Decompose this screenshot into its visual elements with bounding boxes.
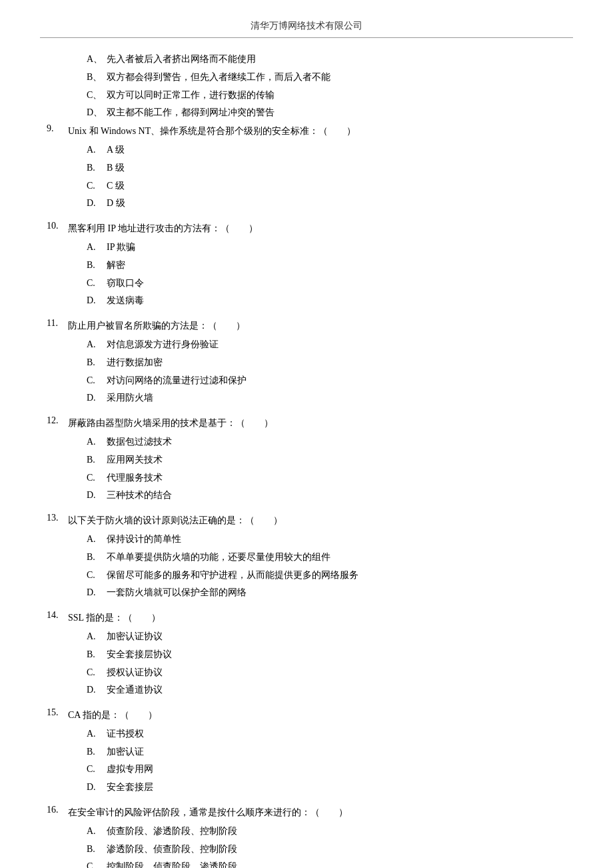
option-text: 对访问网络的流量进行过滤和保护 — [107, 373, 573, 389]
option-text: 窃取口令 — [107, 275, 573, 291]
question-line: 13.以下关于防火墙的设计原则说法正确的是：（ ） — [47, 513, 573, 529]
list-item: C.保留尽可能多的服务和守护进程，从而能提供更多的网络服务 — [87, 567, 573, 583]
list-item: B.进行数据加密 — [87, 355, 573, 371]
question-text: 以下关于防火墙的设计原则说法正确的是：（ ） — [68, 513, 573, 529]
list-item: C.虚拟专用网 — [87, 761, 573, 777]
question-line: 9.Unix 和 Windows NT、操作系统是符合那个级别的安全标准：（ ） — [47, 123, 573, 139]
list-item: C.窃取口令 — [87, 275, 573, 291]
question-13: 13.以下关于防火墙的设计原则说法正确的是：（ ）A.保持设计的简单性B.不单单… — [47, 513, 573, 601]
list-item: C.C 级 — [87, 178, 573, 194]
question-number: 11. — [47, 318, 68, 329]
question-text: 在安全审计的风险评估阶段，通常是按什么顺序来进行的：（ ） — [68, 805, 573, 821]
list-item: C、 双方可以同时正常工作，进行数据的传输 — [87, 87, 573, 103]
question-10: 10.黑客利用 IP 地址进行攻击的方法有：（ ）A.IP 欺骗B.解密C.窃取… — [47, 221, 573, 309]
question-line: 16.在安全审计的风险评估阶段，通常是按什么顺序来进行的：（ ） — [47, 805, 573, 821]
question-text: 防止用户被冒名所欺骗的方法是：（ ） — [68, 318, 573, 334]
list-item: A.A 级 — [87, 142, 573, 158]
option-label: A. — [87, 239, 107, 255]
list-item: B.加密认证 — [87, 744, 573, 760]
option-label: A. — [87, 434, 107, 450]
option-label: C. — [87, 275, 107, 291]
list-item: A、 先入者被后入者挤出网络而不能使用 — [87, 51, 573, 67]
question-number: 10. — [47, 221, 68, 231]
question-line: 10.黑客利用 IP 地址进行攻击的方法有：（ ） — [47, 221, 573, 237]
option-label: B. — [87, 452, 107, 468]
list-item: C.控制阶段、侦查阶段、渗透阶段 — [87, 859, 573, 868]
option-text: IP 欺骗 — [107, 239, 573, 255]
intro-opt-text-c: 双方可以同时正常工作，进行数据的传输 — [107, 87, 573, 103]
list-item: B、 双方都会得到警告，但先入者继续工作，而后入者不能 — [87, 69, 573, 85]
page-header: 清华万博网络技术有限公司 — [40, 20, 573, 38]
option-label: D. — [87, 585, 107, 601]
list-item: B.不单单要提供防火墙的功能，还要尽量使用较大的组件 — [87, 549, 573, 565]
intro-opt-label-c: C、 — [87, 87, 107, 103]
list-item: D.发送病毒 — [87, 293, 573, 309]
option-text: 加密认证协议 — [107, 629, 573, 645]
option-label: D. — [87, 195, 107, 211]
option-label: C. — [87, 178, 107, 194]
list-item: A.数据包过滤技术 — [87, 434, 573, 450]
list-item: A.证书授权 — [87, 726, 573, 742]
option-text: 安全通道协议 — [107, 682, 573, 698]
option-text: 证书授权 — [107, 726, 573, 742]
intro-opt-text-a: 先入者被后入者挤出网络而不能使用 — [107, 51, 573, 67]
question-line: 11.防止用户被冒名所欺骗的方法是：（ ） — [47, 318, 573, 334]
list-item: A.侦查阶段、渗透阶段、控制阶段 — [87, 823, 573, 839]
question-text: SSL 指的是：（ ） — [68, 610, 573, 626]
question-12: 12.屏蔽路由器型防火墙采用的技术是基于：（ ）A.数据包过滤技术B.应用网关技… — [47, 415, 573, 503]
question-text: Unix 和 Windows NT、操作系统是符合那个级别的安全标准：（ ） — [68, 123, 573, 139]
question-text: CA 指的是：（ ） — [68, 707, 573, 723]
option-text: 渗透阶段、侦查阶段、控制阶段 — [107, 841, 573, 857]
option-text: 控制阶段、侦查阶段、渗透阶段 — [107, 859, 573, 868]
option-label: A. — [87, 629, 107, 645]
list-item: A.IP 欺骗 — [87, 239, 573, 255]
option-text: D 级 — [107, 195, 573, 211]
question-number: 16. — [47, 805, 68, 815]
options-list: A.IP 欺骗B.解密C.窃取口令D.发送病毒 — [47, 239, 573, 309]
option-label: D. — [87, 779, 107, 795]
option-label: A. — [87, 337, 107, 353]
option-text: 采用防火墙 — [107, 390, 573, 406]
option-text: 安全套接层协议 — [107, 647, 573, 663]
option-text: 解密 — [107, 257, 573, 273]
option-label: D. — [87, 390, 107, 406]
list-item: B.渗透阶段、侦查阶段、控制阶段 — [87, 841, 573, 857]
option-text: A 级 — [107, 142, 573, 158]
option-text: 三种技术的结合 — [107, 487, 573, 503]
option-label: B. — [87, 355, 107, 371]
options-list: A.加密认证协议B.安全套接层协议C.授权认证协议D.安全通道协议 — [47, 629, 573, 698]
list-item: B.解密 — [87, 257, 573, 273]
option-label: C. — [87, 567, 107, 583]
option-text: 保持设计的简单性 — [107, 531, 573, 547]
list-item: D.一套防火墙就可以保护全部的网络 — [87, 585, 573, 601]
option-label: C. — [87, 373, 107, 389]
question-11: 11.防止用户被冒名所欺骗的方法是：（ ）A.对信息源发方进行身份验证B.进行数… — [47, 318, 573, 406]
option-label: B. — [87, 744, 107, 760]
question-15: 15.CA 指的是：（ ）A.证书授权B.加密认证C.虚拟专用网D.安全套接层 — [47, 707, 573, 795]
option-text: 加密认证 — [107, 744, 573, 760]
question-number: 13. — [47, 513, 68, 523]
page-container: 清华万博网络技术有限公司 A、 先入者被后入者挤出网络而不能使用 B、 双方都会… — [0, 0, 613, 868]
intro-opt-label-b: B、 — [87, 69, 107, 85]
questions-container: 9.Unix 和 Windows NT、操作系统是符合那个级别的安全标准：（ ）… — [47, 123, 573, 868]
list-item: C.代理服务技术 — [87, 470, 573, 486]
option-text: 安全套接层 — [107, 779, 573, 795]
options-list: A.保持设计的简单性B.不单单要提供防火墙的功能，还要尽量使用较大的组件C.保留… — [47, 531, 573, 601]
option-text: 授权认证协议 — [107, 665, 573, 681]
option-label: B. — [87, 549, 107, 565]
list-item: D.采用防火墙 — [87, 390, 573, 406]
list-item: B.B 级 — [87, 160, 573, 176]
option-text: 保留尽可能多的服务和守护进程，从而能提供更多的网络服务 — [107, 567, 573, 583]
list-item: A.保持设计的简单性 — [87, 531, 573, 547]
option-label: A. — [87, 142, 107, 158]
question-number: 12. — [47, 415, 68, 426]
intro-opt-label-a: A、 — [87, 51, 107, 67]
list-item: A.加密认证协议 — [87, 629, 573, 645]
question-number: 9. — [47, 123, 68, 134]
intro-options-block: A、 先入者被后入者挤出网络而不能使用 B、 双方都会得到警告，但先入者继续工作… — [47, 51, 573, 121]
option-text: 一套防火墙就可以保护全部的网络 — [107, 585, 573, 601]
question-14: 14.SSL 指的是：（ ）A.加密认证协议B.安全套接层协议C.授权认证协议D… — [47, 610, 573, 698]
list-item: D.安全通道协议 — [87, 682, 573, 698]
question-16: 16.在安全审计的风险评估阶段，通常是按什么顺序来进行的：（ ）A.侦查阶段、渗… — [47, 805, 573, 868]
question-text: 屏蔽路由器型防火墙采用的技术是基于：（ ） — [68, 415, 573, 431]
